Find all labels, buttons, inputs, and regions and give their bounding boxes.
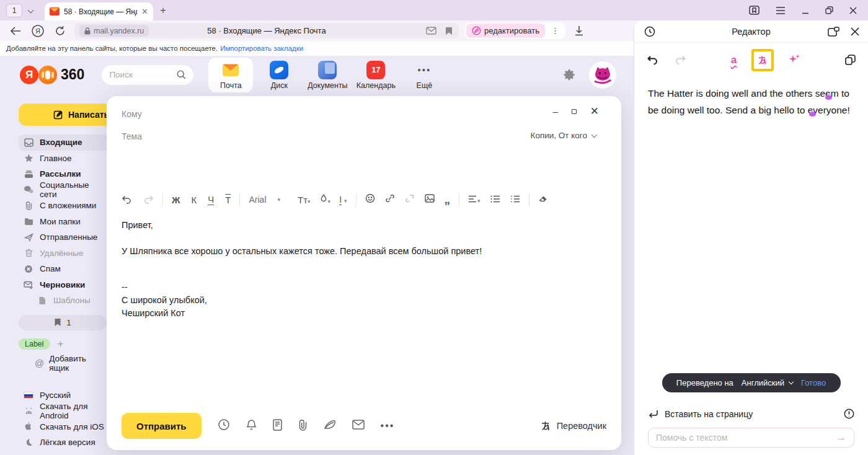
close-icon[interactable]: ✕ [141, 7, 148, 16]
message-body[interactable]: Привет, У Шляпника все хорошо у остальны… [122, 219, 606, 320]
new-tab-button[interactable]: + [160, 4, 166, 17]
compose-button[interactable]: Написать [19, 104, 107, 126]
eraser-icon[interactable] [538, 194, 548, 205]
download-ios-link[interactable]: Скачать для iOS [19, 419, 107, 435]
address-pill[interactable]: mail.yandex.ru [79, 25, 149, 37]
mail-mode-icon[interactable] [426, 27, 436, 35]
back-icon[interactable] [10, 27, 21, 35]
template-icon[interactable] [273, 419, 282, 433]
folder-attachments[interactable]: С вложениями [19, 198, 107, 214]
translator-button[interactable]: Переводчик [540, 420, 606, 431]
address-bar[interactable]: mail.yandex.ru 58 · Входящие — Яндекс По… [74, 23, 459, 38]
unlink-button[interactable] [405, 193, 415, 206]
search-input[interactable] [109, 70, 171, 79]
undo-icon[interactable] [122, 195, 132, 204]
schedule-send-icon[interactable] [218, 418, 230, 433]
folder-inbox[interactable]: Входящие [19, 135, 107, 151]
app-docs[interactable]: Документы [305, 58, 350, 92]
gear-icon[interactable] [563, 69, 575, 81]
vacancies-link[interactable]: Вакансии [19, 451, 107, 455]
folder-sent[interactable]: Отправленные [19, 229, 107, 245]
expand-compose-icon[interactable] [572, 109, 577, 114]
highlight-color-button[interactable]: ▾ [319, 194, 331, 206]
folder-templates[interactable]: Шаблоны [19, 293, 107, 309]
bookmark-filter[interactable]: 1 [19, 315, 107, 330]
cc-from-toggle[interactable]: Копии, От кого [531, 131, 596, 140]
envelope-icon[interactable] [352, 420, 365, 432]
chevron-down-icon[interactable] [28, 7, 34, 14]
translated-text[interactable]: The Hatter is doing well and the others … [634, 77, 868, 118]
selection-handle[interactable] [825, 95, 832, 100]
redo-icon[interactable] [675, 55, 686, 65]
redo-icon[interactable] [143, 195, 154, 204]
folder-social[interactable]: Социальные сети [19, 182, 107, 198]
folder-newsletters[interactable]: Рассылки [19, 166, 107, 182]
minimize-compose-icon[interactable]: – [552, 109, 557, 114]
subject-field[interactable]: Тема [122, 131, 142, 141]
insert-image-button[interactable] [425, 194, 435, 205]
italic-button[interactable]: К [192, 195, 197, 205]
close-panel-icon[interactable] [851, 27, 859, 36]
close-window-icon[interactable] [849, 7, 857, 14]
app-calendar[interactable]: 17 Календарь [353, 58, 398, 92]
import-bookmarks-link[interactable]: Импортировать закладки [220, 45, 303, 52]
add-mailbox-button[interactable]: @ Добавить ящик [19, 355, 107, 371]
done-button[interactable]: Готово [801, 378, 826, 387]
history-icon[interactable] [644, 26, 655, 37]
folder-important[interactable]: Главное [19, 151, 107, 167]
download-icon[interactable] [574, 25, 584, 36]
side-panel-icon[interactable] [749, 6, 760, 15]
tab-counter-value[interactable]: 1 [6, 4, 22, 17]
download-android-link[interactable]: Скачать для Android [19, 403, 107, 419]
reminder-bell-icon[interactable] [246, 419, 257, 433]
folder-my-folders[interactable]: Мои папки [19, 214, 107, 230]
search-box[interactable] [102, 65, 193, 85]
undo-icon[interactable] [647, 55, 658, 65]
folder-spam[interactable]: Спам [19, 261, 107, 277]
yandex-360-logo[interactable]: Я 360 [20, 66, 84, 84]
pen-icon[interactable] [324, 420, 336, 432]
language-link[interactable]: Русский [19, 387, 107, 404]
translate-tool-highlighted[interactable] [751, 49, 774, 71]
text-color-button[interactable]: I▾ [339, 194, 347, 205]
sparkles-icon[interactable] [789, 53, 800, 67]
emoji-button[interactable] [365, 193, 375, 206]
search-icon[interactable] [177, 70, 186, 79]
light-version-link[interactable]: Лёгкая версия [19, 435, 107, 451]
align-button[interactable]: ▾ [468, 194, 480, 205]
open-in-window-icon[interactable] [828, 27, 839, 37]
numbered-list-button[interactable] [510, 194, 520, 205]
to-field[interactable]: Кому [122, 109, 142, 119]
menu-icon[interactable] [776, 7, 786, 14]
language-select[interactable]: Английский [742, 378, 793, 387]
close-compose-icon[interactable]: ✕ [590, 105, 599, 118]
insert-on-page-button[interactable]: Вставить на страницу [665, 409, 753, 419]
app-more[interactable]: ••• Ещё [402, 58, 446, 92]
attach-icon[interactable] [298, 419, 308, 433]
link-button[interactable] [385, 193, 395, 206]
send-button[interactable]: Отправить [122, 413, 202, 439]
label-tag[interactable]: Label [19, 338, 50, 350]
info-icon[interactable] [844, 409, 854, 419]
ai-help-inputbox[interactable]: → [648, 428, 854, 448]
yandex-browser-icon[interactable]: Я [31, 24, 45, 38]
submit-arrow-icon[interactable]: → [836, 431, 846, 444]
underline-button[interactable]: Ч [208, 194, 214, 205]
selection-handle[interactable] [809, 112, 816, 117]
app-disk[interactable]: Диск [257, 58, 301, 92]
minimize-icon[interactable] [802, 7, 809, 14]
folder-drafts[interactable]: Черновики [19, 277, 107, 293]
bold-button[interactable]: Ж [172, 195, 180, 205]
edit-button[interactable]: редактировать [466, 24, 545, 38]
app-mail[interactable]: Почта [208, 58, 253, 92]
browser-tab[interactable]: 58 · Входящие — Яндек ✕ [45, 2, 153, 20]
more-options-icon[interactable]: ••• [381, 420, 395, 431]
font-size-button[interactable]: Tт▾ [298, 195, 311, 205]
add-label-button[interactable]: + [58, 338, 64, 350]
bookmark-icon[interactable] [445, 27, 453, 35]
refresh-icon[interactable] [55, 25, 66, 37]
font-select[interactable]: Arial ▾ [240, 195, 289, 205]
copy-icon[interactable] [845, 55, 856, 66]
avatar[interactable] [589, 61, 616, 89]
ai-help-input[interactable] [656, 433, 836, 443]
